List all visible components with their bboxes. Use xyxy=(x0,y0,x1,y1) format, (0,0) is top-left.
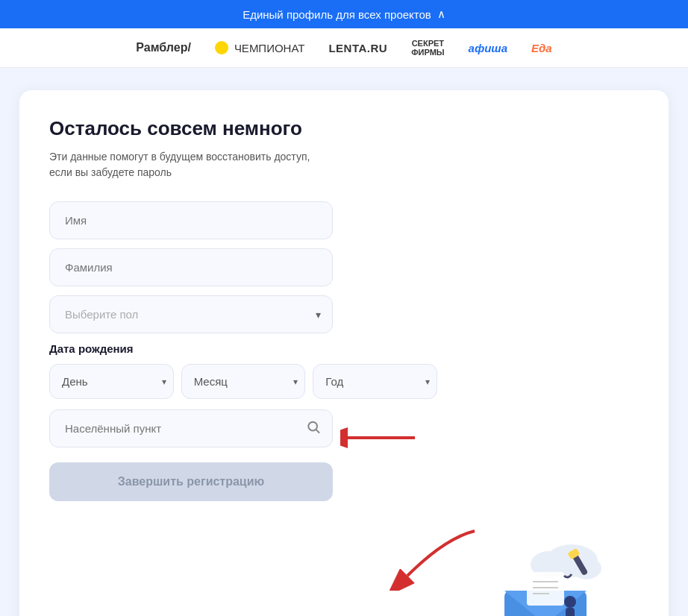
last-name-input[interactable] xyxy=(49,248,333,286)
nav-bar: Рамблер/ ЧЕМПИОНАТ LENTA.RU СЕКРЕТ ФИРМЫ… xyxy=(0,28,688,68)
top-banner[interactable]: Единый профиль для всех проектов ∧ xyxy=(0,0,688,28)
search-icon[interactable] xyxy=(306,419,321,438)
nav-item-afisha[interactable]: афиша xyxy=(469,42,507,54)
submit-button[interactable]: Завершить регистрацию xyxy=(49,462,333,501)
nav-item-secret[interactable]: СЕКРЕТ ФИРМЫ xyxy=(411,39,444,57)
top-banner-caret: ∧ xyxy=(437,7,445,21)
first-name-input[interactable] xyxy=(49,201,333,239)
dob-row: День ▾ Месяц ▾ Год ▾ xyxy=(49,364,437,399)
location-input[interactable] xyxy=(49,409,333,447)
nav-item-rambler[interactable]: Рамблер/ xyxy=(136,41,191,54)
form-left: Осталось совсем немного Эти данные помог… xyxy=(49,117,437,516)
form-subtitle: Эти данные помогут в будущем восстановит… xyxy=(49,149,333,180)
dob-day-select[interactable]: День xyxy=(49,364,174,399)
illustration-area xyxy=(445,531,609,616)
envelope-illustration xyxy=(460,531,609,616)
dob-month-wrapper: Месяц ▾ xyxy=(181,364,306,399)
nav-item-eda[interactable]: Еда xyxy=(531,42,552,54)
chempionat-icon xyxy=(215,41,228,54)
dob-year-select[interactable]: Год xyxy=(313,364,437,399)
dob-month-select[interactable]: Месяц xyxy=(181,364,306,399)
svg-rect-15 xyxy=(566,608,575,616)
svg-rect-8 xyxy=(527,572,564,606)
top-banner-text: Единый профиль для всех проектов xyxy=(243,8,431,21)
red-arrow-location xyxy=(340,417,422,458)
location-section xyxy=(49,409,437,447)
gender-select-wrapper: Выберите пол Мужской Женский ▾ xyxy=(49,295,333,333)
main-content: Осталось совсем немного Эти данные помог… xyxy=(0,68,688,616)
form-title: Осталось совсем немного xyxy=(49,117,437,140)
form-right: Откройте для себя простой интерфейс, сме… xyxy=(415,516,639,616)
nav-item-chempionat[interactable]: ЧЕМПИОНАТ xyxy=(215,41,305,54)
dob-year-wrapper: Год ▾ xyxy=(313,364,437,399)
form-card: Осталось совсем немного Эти данные помог… xyxy=(19,90,669,616)
location-wrapper xyxy=(49,409,333,447)
dob-label: Дата рождения xyxy=(49,342,437,355)
svg-point-14 xyxy=(564,596,576,608)
svg-line-1 xyxy=(316,430,319,433)
dob-day-wrapper: День ▾ xyxy=(49,364,174,399)
gender-select[interactable]: Выберите пол Мужской Женский xyxy=(49,295,333,333)
nav-item-lenta[interactable]: LENTA.RU xyxy=(328,42,387,54)
